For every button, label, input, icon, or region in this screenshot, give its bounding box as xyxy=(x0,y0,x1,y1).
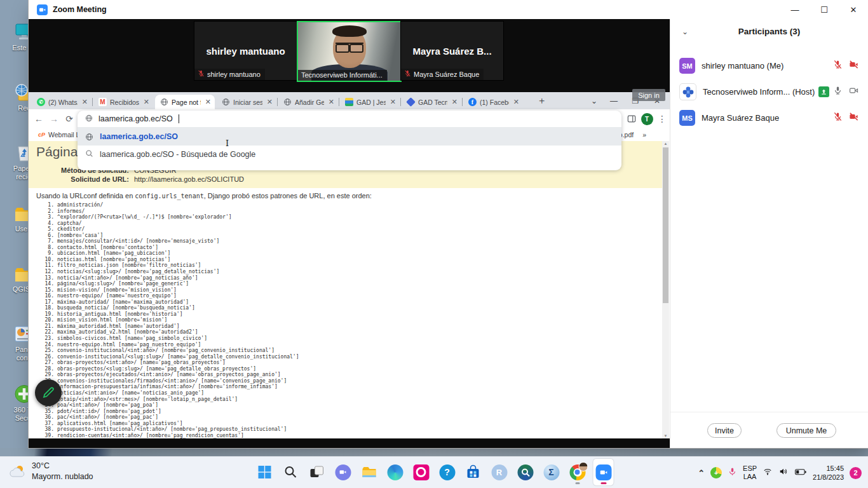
reload-icon[interactable]: ⟳ xyxy=(62,112,76,126)
wifi-icon[interactable] xyxy=(763,467,773,478)
minimize-button[interactable]: — xyxy=(780,0,810,19)
url-pattern: 6.[nombre='casa'] xyxy=(37,233,299,239)
tab-close-icon[interactable]: ✕ xyxy=(451,98,459,106)
tab-page-not-fou[interactable]: Page not fou✕ xyxy=(155,95,215,109)
omnibox-suggestion[interactable]: laamerica.gob.ec/SO xyxy=(78,128,621,146)
volume-icon[interactable] xyxy=(778,467,789,478)
taskbar-help-icon[interactable]: ? xyxy=(437,459,458,485)
tab-close-icon[interactable]: ✕ xyxy=(389,98,397,106)
globe-favicon xyxy=(85,133,93,141)
tab--1-facebook[interactable]: f(1) Facebook✕ xyxy=(463,95,523,109)
tab-label: (2) WhatsApp xyxy=(48,98,78,106)
video-tile-2[interactable]: Mayra Suárez B...Mayra Suárez Baque xyxy=(400,21,504,81)
taskbar-explorer-icon[interactable] xyxy=(359,459,379,485)
new-tab-button[interactable]: ＋ xyxy=(537,95,546,107)
taskbar-chrome-icon[interactable] xyxy=(567,459,588,485)
url-pattern: 22.maxima_autoridad_v2.html [nombre='aut… xyxy=(37,329,299,336)
url-pattern: 5.ckeditor/ xyxy=(37,226,299,233)
tab-label: Recibidos (9 xyxy=(110,98,139,106)
tab-close-icon[interactable]: ✕ xyxy=(512,98,520,106)
maximize-button[interactable]: ☐ xyxy=(810,0,839,19)
suggestion-text: laamerica.gob.ec/SO - Búsqueda de Google xyxy=(100,150,255,159)
tab-label: Añadir Gestio xyxy=(295,98,324,106)
video-tile-0[interactable]: shirley mantuanoshirley mantuano xyxy=(194,21,297,81)
tab-close-icon[interactable]: ✕ xyxy=(327,98,336,106)
facebook-icon: f xyxy=(468,98,477,106)
taskbar-taskview-icon[interactable] xyxy=(307,459,327,485)
url-pattern: 8.contacto.html [nombre='contacto'] xyxy=(37,245,299,251)
muted-mic-icon xyxy=(198,70,205,78)
taskbar-chat-icon[interactable] xyxy=(333,459,353,485)
url-pattern: 26.convenio-institucional/<slug:slug>/ [… xyxy=(37,354,299,360)
tab-iniciar-sesi-n[interactable]: Iniciar sesión✕ xyxy=(217,95,276,109)
tab--2-whatsapp[interactable]: ✆(2) WhatsApp✕ xyxy=(32,95,92,109)
ibeam-cursor: I xyxy=(226,139,229,148)
participant-row[interactable]: MSMayra Suárez Baque xyxy=(670,105,868,131)
360-security-tray-icon[interactable]: + xyxy=(710,467,722,478)
taskbar-store-icon[interactable] xyxy=(463,459,484,485)
notification-badge[interactable]: 2 xyxy=(850,467,862,479)
url-pattern: 13.noticia/<int:año>/ [nombre='pag_notic… xyxy=(37,275,299,281)
participants-panel: ⌄ Participants (3) SMshirley mantuano (M… xyxy=(670,19,868,448)
microphone-tray-icon[interactable] xyxy=(728,467,737,479)
url-pattern: 24.nuestro-equipo.html [name='pag_nuestr… xyxy=(37,342,299,348)
summary-row: Solicitud de URL:http://laamerica.gob.ec… xyxy=(29,175,244,183)
globe-favicon xyxy=(283,98,292,106)
weather-widget[interactable]: 30°C Mayorm. nublado xyxy=(9,461,93,482)
tray-chevron-icon[interactable]: ⌃ xyxy=(698,468,705,478)
annotation-pencil-button[interactable] xyxy=(35,379,62,406)
chrome-menu-icon[interactable]: ⋮ xyxy=(655,112,669,126)
tab-gad-jes-s-i[interactable]: GAD | Jesús I✕ xyxy=(340,95,400,109)
tab-close-icon[interactable]: ✕ xyxy=(81,98,89,106)
video-tile-1[interactable]: Tecnoserviweb Informáti... xyxy=(297,21,402,82)
zoom-titlebar[interactable]: Zoom Meeting — ☐ ✕ xyxy=(29,0,868,19)
taskbar-pinkapp-icon[interactable] xyxy=(411,459,431,485)
tab-close-icon[interactable]: ✕ xyxy=(142,98,151,106)
profile-avatar[interactable]: T xyxy=(640,112,654,126)
back-icon[interactable]: ← xyxy=(32,112,46,126)
url-pattern: 32.noticias/<int:anio>/ [name='noticias_… xyxy=(37,390,299,396)
tab-search-chevron-icon[interactable]: ⌄ xyxy=(585,92,604,109)
forward-icon[interactable]: → xyxy=(47,112,61,126)
taskbar-qgis-icon[interactable] xyxy=(515,459,536,485)
participant-row[interactable]: Tecnoserviweb Inform... (Host) xyxy=(670,79,868,105)
sign-in-overlay[interactable]: Sign in xyxy=(632,89,665,101)
taskbar-start-icon[interactable] xyxy=(255,459,275,485)
address-input[interactable]: laamerica.gob.ec/SO xyxy=(98,114,173,123)
taskbar-edge-icon[interactable] xyxy=(385,459,405,485)
tab-gad-tecnose[interactable]: GAD Tecnose✕ xyxy=(402,95,461,109)
bookmarks-overflow-icon[interactable]: » xyxy=(642,131,646,139)
battery-icon[interactable] xyxy=(794,467,807,479)
scrollbar-thumb[interactable] xyxy=(663,147,668,303)
side-panel-icon[interactable] xyxy=(625,112,639,126)
gmail-icon: M xyxy=(98,98,107,106)
scrollbar[interactable]: ▲ ▼ xyxy=(662,141,669,438)
tab-recibidos-9[interactable]: MRecibidos (9✕ xyxy=(93,95,153,109)
chrome-minimize-icon[interactable]: — xyxy=(604,92,623,109)
taskbar: 30°C Mayorm. nublado ?RΣ ⌃ + ESPLAA 15: xyxy=(0,456,868,488)
address-bar[interactable]: laamerica.gob.ec/SO xyxy=(78,111,621,127)
clock[interactable]: 15:4521/8/2023 xyxy=(813,464,844,482)
taskbar-search-icon[interactable] xyxy=(281,459,301,485)
tab-close-icon[interactable]: ✕ xyxy=(266,98,274,106)
close-button[interactable]: ✕ xyxy=(839,0,868,19)
gad-favicon xyxy=(345,98,353,106)
tab-label: GAD Tecnose xyxy=(418,98,447,106)
tab-close-icon[interactable]: ✕ xyxy=(204,98,212,106)
participant-row[interactable]: SMshirley mantuano (Me) xyxy=(670,53,868,79)
url-pattern: 15.mision-vision/ [nombre='mision_vision… xyxy=(37,287,299,294)
unmute-me-button[interactable]: Unmute Me xyxy=(776,423,836,438)
omnibox-suggestion[interactable]: laamerica.gob.ec/SO - Búsqueda de Google xyxy=(78,146,621,163)
taskbar-zoomapp-icon[interactable] xyxy=(593,459,614,485)
url-pattern: 38.presupuesto-institucional/<int:año>/ … xyxy=(37,426,299,433)
taskbar-smath-icon[interactable]: Σ xyxy=(541,459,562,485)
taskbar-rapp-icon[interactable]: R xyxy=(489,459,510,485)
scroll-down-icon[interactable]: ▼ xyxy=(662,434,669,438)
tab-a-adir-gestio[interactable]: Añadir Gestio✕ xyxy=(278,95,338,109)
urlconf-intro: Usando la URLconf definida en config.url… xyxy=(36,192,372,200)
url-pattern: 16.nuestro-equipo/ [name='nuestro_equipo… xyxy=(37,293,299,299)
language-indicator[interactable]: ESPLAA xyxy=(743,464,757,481)
tile-name-label: Tecnoserviweb Informáti... xyxy=(298,70,387,81)
invite-button[interactable]: Invite xyxy=(707,423,742,438)
scroll-up-icon[interactable]: ▲ xyxy=(662,142,669,146)
